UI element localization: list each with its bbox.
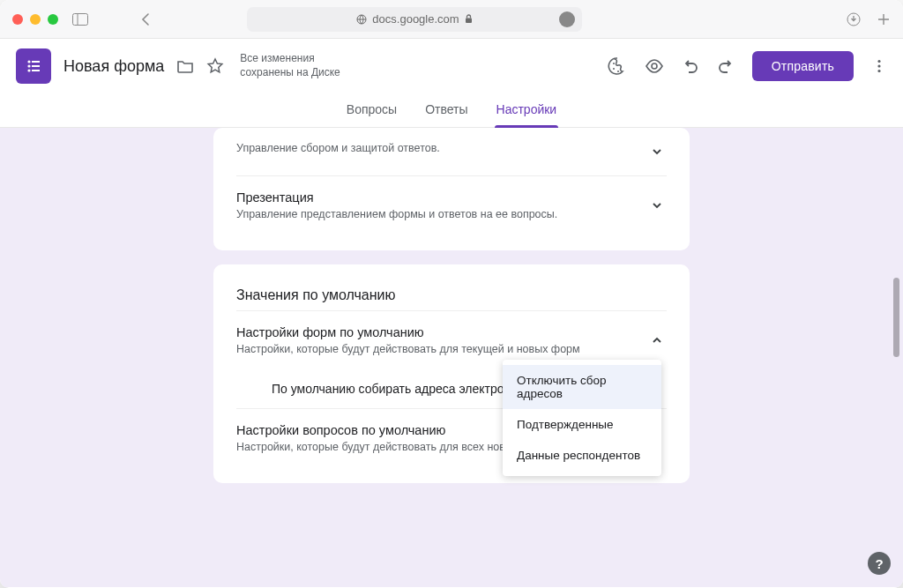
back-button-icon[interactable] (141, 12, 150, 26)
undo-icon[interactable] (682, 57, 699, 75)
responses-collect-desc: Управление сбором и защитой ответов. (236, 142, 647, 154)
send-button[interactable]: Отправить (752, 51, 854, 81)
redo-icon[interactable] (717, 57, 735, 75)
defaults-card-title: Значения по умолчанию (236, 270, 667, 310)
presentation-desc: Управление представлением формы и ответо… (236, 208, 647, 220)
email-collection-dropdown: Отключить сбор адресов Подтвержденные Да… (503, 360, 661, 476)
site-settings-icon (356, 14, 367, 25)
tab-bar: Вопросы Ответы Настройки (0, 93, 903, 128)
form-defaults-title: Настройки форм по умолчанию (236, 325, 647, 339)
app-header: Новая форма Все изменения сохранены на Д… (0, 39, 903, 93)
svg-point-10 (27, 64, 30, 67)
dropdown-option-off[interactable]: Отключить сбор адресов (503, 365, 661, 409)
address-bar[interactable]: docs.google.com (247, 7, 582, 32)
new-tab-icon[interactable] (877, 12, 891, 26)
browser-window: docs.google.com Новая форма Все изменени (0, 0, 903, 588)
settings-card-responses: Управление сбором и защитой ответов. Пре… (213, 128, 690, 250)
settings-viewport: Управление сбором и защитой ответов. Пре… (0, 128, 903, 587)
preview-icon[interactable] (645, 56, 664, 76)
svg-rect-9 (32, 61, 40, 63)
dropdown-option-responder[interactable]: Данные респондентов (503, 440, 661, 471)
reader-mode-icon[interactable] (559, 11, 575, 27)
dropdown-option-verified[interactable]: Подтвержденные (503, 409, 661, 440)
save-status-text: Все изменения сохранены на Диске (240, 52, 363, 79)
svg-point-17 (652, 63, 657, 69)
svg-point-14 (613, 63, 615, 64)
forms-app-icon[interactable] (16, 48, 51, 84)
more-menu-icon[interactable] (871, 58, 887, 74)
svg-point-18 (877, 60, 880, 63)
svg-point-8 (27, 60, 30, 63)
lock-icon (465, 14, 473, 24)
svg-rect-4 (466, 19, 472, 24)
theme-icon[interactable] (608, 56, 627, 76)
collapse-form-defaults-icon[interactable] (647, 331, 667, 350)
svg-rect-13 (32, 70, 40, 71)
sidebar-toggle-icon[interactable] (72, 13, 88, 26)
url-host: docs.google.com (372, 12, 459, 26)
folder-icon[interactable] (176, 57, 194, 75)
form-defaults-desc: Настройки, которые будут действовать для… (236, 343, 647, 355)
svg-point-20 (877, 70, 880, 72)
help-icon[interactable]: ? (868, 552, 891, 575)
svg-point-15 (613, 68, 615, 70)
expand-presentation-icon[interactable] (647, 196, 667, 215)
tab-questions[interactable]: Вопросы (345, 93, 399, 127)
minimize-window-button[interactable] (30, 14, 41, 25)
presentation-title: Презентация (236, 190, 647, 205)
tab-responses[interactable]: Ответы (423, 93, 469, 127)
close-window-button[interactable] (12, 14, 23, 25)
downloads-icon[interactable] (847, 12, 861, 26)
svg-point-19 (877, 64, 880, 67)
svg-rect-11 (32, 65, 40, 67)
scrollbar-thumb[interactable] (893, 278, 899, 357)
tab-settings[interactable]: Настройки (495, 93, 559, 127)
fullscreen-window-button[interactable] (48, 14, 58, 25)
traffic-lights (12, 14, 58, 25)
svg-point-12 (27, 69, 30, 71)
form-title[interactable]: Новая форма (63, 57, 164, 76)
browser-titlebar: docs.google.com (0, 0, 903, 39)
star-icon[interactable] (206, 57, 224, 75)
expand-responses-icon[interactable] (647, 142, 667, 161)
svg-rect-0 (73, 13, 88, 25)
svg-point-16 (617, 71, 619, 72)
